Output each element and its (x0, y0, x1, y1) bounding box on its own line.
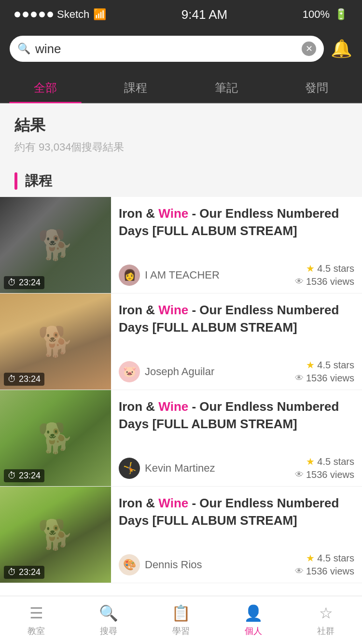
search-label: 搜尋 (100, 625, 117, 637)
views-icon-1: 👁 (295, 277, 304, 287)
author-info-3: 🤸 Kevin Martinez (119, 458, 215, 479)
author-name-2: Joseph Aguilar (145, 365, 214, 378)
table-row[interactable]: 🐕 ⏱ 23:24 Iron & Wine - Our Endless Numb… (0, 197, 362, 294)
search-icon: 🔍 (17, 42, 30, 55)
views-icon-3: 👁 (295, 470, 304, 480)
views-row-4: 👁 1536 views (295, 566, 354, 577)
views-row-3: 👁 1536 views (295, 469, 354, 480)
wifi-icon: 📶 (93, 8, 106, 21)
main-content: Sketch 📶 9:41 AM 100% 🔋 🔍 ✕ 🔔 全部 課程 筆記 (0, 0, 362, 631)
battery-label: 100% (303, 8, 330, 21)
star-icon-1: ★ (306, 263, 315, 274)
classroom-icon: ☰ (29, 604, 43, 622)
nav-item-learning[interactable]: 📋 學習 (145, 596, 217, 644)
table-row[interactable]: 🐕 ⏱ 23:24 Iron & Wine - Our Endless Numb… (0, 390, 362, 487)
nav-item-search[interactable]: 🔍 搜尋 (72, 596, 145, 644)
search-nav-icon: 🔍 (99, 604, 118, 622)
clock-icon: ⏱ (8, 374, 16, 384)
nav-item-classroom[interactable]: ☰ 教室 (0, 596, 72, 644)
course-meta-4: 🎨 Dennis Rios ★ 4.5 stars 👁 1536 views (119, 552, 354, 577)
author-avatar-4: 🎨 (119, 554, 140, 575)
duration-badge-2: ⏱ 23:24 (4, 373, 44, 386)
nav-item-community[interactable]: ☆ 社群 (290, 596, 362, 644)
tab-notes[interactable]: 筆記 (181, 70, 272, 102)
table-row[interactable]: 🐕 ⏱ 23:24 Iron & Wine - Our Endless Numb… (0, 294, 362, 390)
clock-icon: ⏱ (8, 567, 16, 577)
status-right: 100% 🔋 (303, 8, 348, 21)
rating-row-2: ★ 4.5 stars (295, 359, 354, 371)
rating-row-1: ★ 4.5 stars (295, 263, 354, 274)
rating-row-3: ★ 4.5 stars (295, 456, 354, 467)
course-meta-3: 🤸 Kevin Martinez ★ 4.5 stars 👁 1536 view… (119, 456, 354, 480)
course-thumbnail-4: 🐕 ⏱ 23:24 (0, 487, 111, 583)
section-label-text: 課程 (25, 172, 52, 190)
clear-icon: ✕ (306, 43, 313, 54)
community-label: 社群 (317, 625, 334, 637)
bottom-nav: ☰ 教室 🔍 搜尋 📋 學習 👤 個人 ☆ 社群 (0, 596, 362, 644)
notification-bell-icon[interactable]: 🔔 (331, 39, 352, 59)
course-info-4: Iron & Wine - Our Endless Numbered Days … (111, 487, 362, 583)
status-time: 9:41 AM (181, 7, 227, 22)
status-bar: Sketch 📶 9:41 AM 100% 🔋 (0, 0, 362, 29)
profile-label: 個人 (245, 625, 262, 637)
search-input-wrapper[interactable]: 🔍 ✕ (10, 36, 324, 62)
author-info-4: 🎨 Dennis Rios (119, 554, 202, 575)
search-clear-button[interactable]: ✕ (302, 42, 316, 56)
star-icon-4: ★ (306, 552, 315, 564)
signal-dots (14, 12, 53, 17)
carrier-label: Sketch (57, 8, 89, 21)
author-avatar-2: 🐷 (119, 361, 140, 382)
clock-icon: ⏱ (8, 278, 16, 288)
course-meta-2: 🐷 Joseph Aguilar ★ 4.5 stars 👁 1536 view… (119, 359, 354, 384)
author-name-1: I AM TEACHER (145, 269, 220, 281)
tab-all[interactable]: 全部 (0, 70, 91, 102)
classroom-label: 教室 (28, 625, 45, 637)
course-stats-3: ★ 4.5 stars 👁 1536 views (295, 456, 354, 480)
section-label-wrap: 課程 (0, 162, 362, 197)
results-section: 結果 約有 93,034個搜尋結果 (0, 103, 362, 162)
results-title: 結果 (14, 115, 348, 136)
views-icon-2: 👁 (295, 373, 304, 383)
course-title-1: Iron & Wine - Our Endless Numbered Days … (119, 205, 354, 240)
search-input[interactable] (35, 42, 302, 56)
course-thumbnail-3: 🐕 ⏱ 23:24 (0, 390, 111, 486)
author-avatar-3: 🤸 (119, 458, 140, 479)
author-info-2: 🐷 Joseph Aguilar (119, 361, 214, 382)
clock-icon: ⏱ (8, 471, 16, 481)
tab-bar: 全部 課程 筆記 發問 (0, 70, 362, 103)
course-meta-1: 👩 I AM TEACHER ★ 4.5 stars 👁 1536 views (119, 263, 354, 287)
duration-badge-4: ⏱ 23:24 (4, 566, 44, 579)
results-count: 約有 93,034個搜尋結果 (14, 140, 348, 154)
learning-label: 學習 (172, 625, 190, 637)
battery-icon: 🔋 (334, 8, 348, 21)
table-row[interactable]: 🐕 ⏱ 23:24 Iron & Wine - Our Endless Numb… (0, 487, 362, 583)
course-stats-1: ★ 4.5 stars 👁 1536 views (295, 263, 354, 287)
tab-questions[interactable]: 發問 (272, 70, 362, 102)
course-stats-4: ★ 4.5 stars 👁 1536 views (295, 552, 354, 577)
tab-courses[interactable]: 課程 (91, 70, 181, 102)
duration-badge-3: ⏱ 23:24 (4, 469, 44, 482)
course-info-3: Iron & Wine - Our Endless Numbered Days … (111, 390, 362, 486)
course-info-2: Iron & Wine - Our Endless Numbered Days … (111, 294, 362, 390)
learning-icon: 📋 (171, 604, 191, 622)
rating-row-4: ★ 4.5 stars (295, 552, 354, 564)
course-title-4: Iron & Wine - Our Endless Numbered Days … (119, 494, 354, 530)
profile-icon: 👤 (244, 604, 263, 622)
course-info-1: Iron & Wine - Our Endless Numbered Days … (111, 197, 362, 293)
search-bar-area: 🔍 ✕ 🔔 (0, 29, 362, 70)
community-icon: ☆ (319, 604, 333, 622)
nav-item-profile[interactable]: 👤 個人 (217, 596, 290, 644)
star-icon-2: ★ (306, 359, 315, 371)
course-list: 🐕 ⏱ 23:24 Iron & Wine - Our Endless Numb… (0, 197, 362, 583)
author-avatar-1: 👩 (119, 265, 140, 286)
course-title-3: Iron & Wine - Our Endless Numbered Days … (119, 398, 354, 433)
status-left: Sketch 📶 (14, 8, 106, 21)
author-name-3: Kevin Martinez (145, 462, 215, 475)
views-icon-4: 👁 (295, 566, 304, 576)
views-row-1: 👁 1536 views (295, 276, 354, 287)
duration-badge-1: ⏱ 23:24 (4, 276, 44, 289)
course-stats-2: ★ 4.5 stars 👁 1536 views (295, 359, 354, 384)
author-info-1: 👩 I AM TEACHER (119, 265, 220, 286)
section-label-bar (14, 172, 17, 190)
author-name-4: Dennis Rios (145, 559, 202, 571)
